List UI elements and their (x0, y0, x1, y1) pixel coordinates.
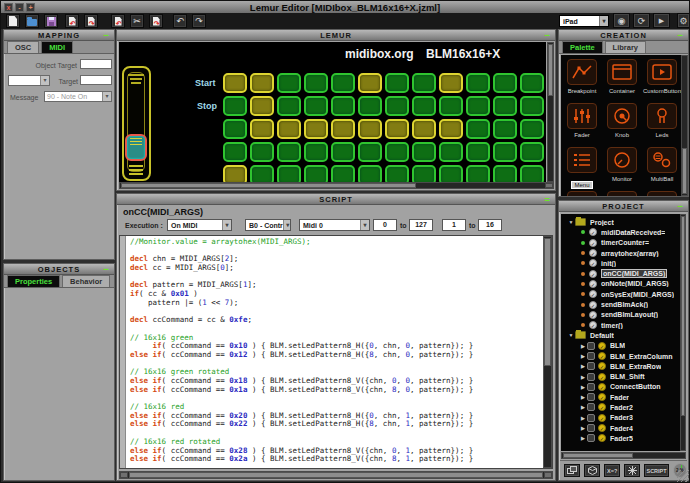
palette-item-container[interactable]: Container (603, 59, 641, 94)
blm-pad-2-8[interactable] (412, 96, 436, 116)
blm-pad-3-5[interactable] (331, 119, 355, 139)
blm-pad-2-12[interactable] (520, 96, 544, 116)
blm-pad-5-12[interactable] (520, 165, 544, 182)
minimize-panel-icon[interactable]: − (678, 30, 684, 40)
tree-closed-icon[interactable]: ▶ (579, 425, 587, 431)
blm-shift-fader[interactable] (122, 66, 151, 181)
checkbox-checked[interactable]: ✓ (598, 424, 606, 432)
tab-midi[interactable]: MIDI (41, 41, 73, 53)
tree-root-project[interactable]: ▼ Project (561, 217, 680, 227)
blm-pad-4-11[interactable] (493, 142, 517, 162)
tree-item-sendblmlayout-[interactable]: ✓sendBlmLayout() (561, 310, 680, 320)
blm-pad-3-10[interactable] (466, 119, 490, 139)
checkbox-checked[interactable]: ✓ (589, 249, 597, 257)
scrollbar-thumb[interactable] (121, 183, 416, 188)
resize-grip[interactable] (677, 470, 689, 482)
new-file-button[interactable] (6, 14, 20, 28)
range2-to-input[interactable]: 16 (478, 219, 502, 231)
midi-message-select[interactable]: B0 - Contr ▾ (245, 219, 291, 231)
blm-pad-3-9[interactable] (439, 119, 463, 139)
checkbox-checked[interactable]: ✓ (598, 414, 606, 422)
palette-item-fader[interactable]: Fader (563, 103, 601, 138)
blm-pad-3-1[interactable] (223, 119, 247, 139)
blm-pad-3-3[interactable] (277, 119, 301, 139)
palette-vertical-scrollbar[interactable] (681, 55, 688, 196)
blm-pad-4-3[interactable] (277, 142, 301, 162)
blm-pad-3-8[interactable] (412, 119, 436, 139)
blm-pad-1-5[interactable] (331, 73, 355, 93)
redo-button[interactable]: ↷ (192, 14, 206, 28)
blm-pad-3-6[interactable] (358, 119, 382, 139)
sync-button[interactable]: ⟳ (633, 13, 650, 28)
target-type-select[interactable]: ▾ (8, 75, 50, 86)
blm-pad-1-8[interactable] (412, 73, 436, 93)
tree-open-icon[interactable]: ▼ (567, 332, 575, 338)
palette-item-multiball[interactable]: MultiBall (643, 147, 681, 182)
connect-device-button[interactable]: ◉ (613, 13, 630, 28)
checkbox-checked[interactable]: ✓ (589, 259, 597, 267)
open-file-button[interactable] (25, 14, 39, 28)
tree-item-blm_extrarow[interactable]: ▶✓BLM_ExtraRow (561, 361, 680, 371)
tree-closed-icon[interactable]: ▶ (579, 394, 587, 400)
range2-from-input[interactable]: 1 (442, 219, 466, 231)
code-vertical-scrollbar[interactable] (543, 236, 552, 468)
blm-pad-2-4[interactable] (304, 96, 328, 116)
blm-pad-3-2[interactable] (250, 119, 274, 139)
tree-item-init-[interactable]: ✓init() (561, 258, 680, 268)
import-button[interactable]: ↶ (65, 14, 79, 28)
checkbox-checked[interactable]: ✓ (589, 311, 597, 319)
checkbox-checked[interactable]: ✓ (589, 270, 597, 278)
tree-item-fader2[interactable]: ▶✓Fader2 (561, 402, 680, 412)
scrollbar-thumb[interactable] (548, 44, 553, 96)
tree-item-timer-[interactable]: ✓timer() (561, 320, 680, 330)
tree-item-timercounter-[interactable]: ✓timerCounter= (561, 238, 680, 248)
create-script-button[interactable]: SCRIPT (644, 464, 669, 477)
blm-pad-4-2[interactable] (250, 142, 274, 162)
palette-item-partial[interactable] (643, 191, 681, 196)
lemur-vertical-scrollbar[interactable] (547, 42, 554, 182)
checkbox-checked[interactable]: ✓ (598, 383, 606, 391)
checkbox-checked[interactable]: ✓ (589, 228, 597, 236)
blm-pad-1-9[interactable] (439, 73, 463, 93)
blm-pad-4-5[interactable] (331, 142, 355, 162)
palette-item-partial[interactable] (603, 191, 641, 196)
project-horizontal-scrollbar[interactable] (561, 452, 686, 459)
blm-pad-2-6[interactable] (358, 96, 382, 116)
blm-pad-4-10[interactable] (466, 142, 490, 162)
scrollbar-thumb[interactable] (544, 238, 551, 366)
export-button[interactable]: ↷ (84, 14, 98, 28)
blm-pad-2-11[interactable] (493, 96, 517, 116)
blm-pad-2-9[interactable] (439, 96, 463, 116)
blm-pad-1-1[interactable] (223, 73, 247, 93)
tree-item-fader[interactable]: ▶✓Fader (561, 392, 680, 402)
blm-pad-5-3[interactable] (277, 165, 301, 182)
tree-item-fader3[interactable]: ▶✓Fader3 (561, 413, 680, 423)
tree-item-onsysex-midi-args-[interactable]: ✓onSysEx(MIDI_ARGS) (561, 289, 680, 299)
blm-pad-5-5[interactable] (331, 165, 355, 182)
create-window-button[interactable] (564, 464, 580, 477)
lemur-canvas[interactable]: midibox.org BLM16x16+X Start Stop (119, 42, 546, 182)
tab-behavior[interactable]: Behavior (62, 275, 110, 287)
range1-to-input[interactable]: 127 (409, 219, 433, 231)
minimize-panel-icon[interactable]: = (545, 194, 551, 204)
blm-pad-5-7[interactable] (385, 165, 409, 182)
cut-button[interactable]: ✂ (130, 14, 144, 28)
checkbox-checked[interactable]: ✓ (598, 434, 606, 442)
blm-pad-4-12[interactable] (520, 142, 544, 162)
target-input[interactable] (80, 75, 112, 85)
tree-item-arraytohex-array-[interactable]: ✓arraytohex(array) (561, 248, 680, 258)
blm-pad-5-6[interactable] (358, 165, 382, 182)
blm-pad-4-6[interactable] (358, 142, 382, 162)
code-horizontal-scrollbar[interactable] (119, 471, 553, 479)
midi-target-select[interactable]: Midi 0 ▾ (299, 219, 370, 231)
palette-item-knob[interactable]: Knob (603, 103, 641, 138)
tree-closed-icon[interactable]: ▶ (579, 384, 587, 390)
blm-pad-3-4[interactable] (304, 119, 328, 139)
blm-pad-2-5[interactable] (331, 96, 355, 116)
copy-button[interactable]: ↷ (149, 14, 163, 28)
blm-pad-4-1[interactable] (223, 142, 247, 162)
scrollbar-end-button[interactable] (544, 472, 552, 478)
blm-pad-2-1[interactable] (223, 96, 247, 116)
palette-item-partial[interactable] (563, 191, 601, 196)
project-vertical-scrollbar[interactable] (680, 214, 686, 451)
